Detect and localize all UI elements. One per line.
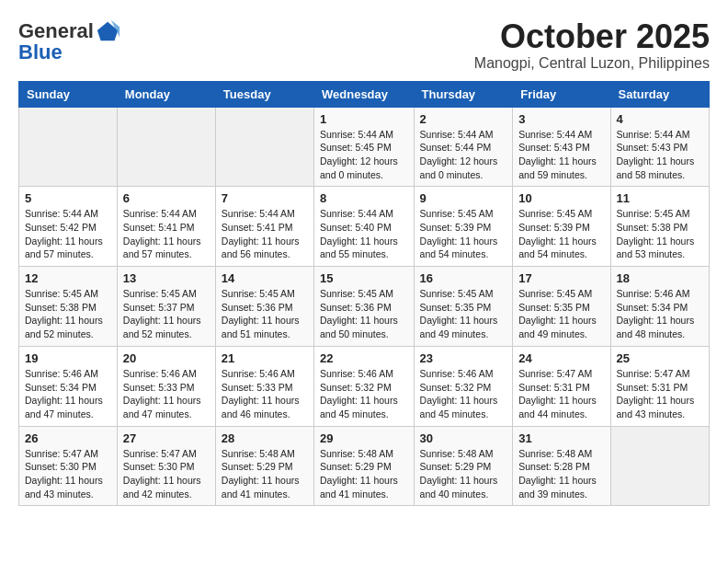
day-info: Sunrise: 5:45 AM Sunset: 5:38 PM Dayligh… — [25, 287, 111, 341]
day-number: 4 — [617, 112, 703, 126]
day-info: Sunrise: 5:48 AM Sunset: 5:29 PM Dayligh… — [420, 447, 507, 501]
calendar-cell: 11Sunrise: 5:45 AM Sunset: 5:38 PM Dayli… — [610, 187, 709, 267]
day-info: Sunrise: 5:47 AM Sunset: 5:30 PM Dayligh… — [25, 447, 111, 501]
day-info: Sunrise: 5:44 AM Sunset: 5:45 PM Dayligh… — [320, 128, 408, 182]
calendar-cell: 23Sunrise: 5:46 AM Sunset: 5:32 PM Dayli… — [414, 346, 513, 426]
day-number: 20 — [123, 351, 210, 365]
day-number: 27 — [123, 431, 210, 445]
day-number: 1 — [320, 112, 408, 126]
day-info: Sunrise: 5:46 AM Sunset: 5:32 PM Dayligh… — [420, 367, 507, 421]
day-info: Sunrise: 5:45 AM Sunset: 5:37 PM Dayligh… — [123, 287, 210, 341]
weekday-header-monday: Monday — [117, 81, 215, 107]
day-number: 30 — [420, 431, 507, 445]
calendar-cell — [117, 107, 215, 187]
day-number: 6 — [123, 191, 210, 205]
weekday-header-tuesday: Tuesday — [215, 81, 313, 107]
day-number: 26 — [25, 431, 111, 445]
calendar-cell: 2Sunrise: 5:44 AM Sunset: 5:44 PM Daylig… — [414, 107, 513, 187]
day-info: Sunrise: 5:45 AM Sunset: 5:36 PM Dayligh… — [320, 287, 408, 341]
day-number: 22 — [320, 351, 408, 365]
calendar-cell: 13Sunrise: 5:45 AM Sunset: 5:37 PM Dayli… — [117, 267, 215, 347]
month-title: October 2025 — [474, 18, 710, 55]
location-subtitle: Manogpi, Central Luzon, Philippines — [474, 55, 710, 72]
day-info: Sunrise: 5:48 AM Sunset: 5:29 PM Dayligh… — [320, 447, 408, 501]
calendar-cell: 29Sunrise: 5:48 AM Sunset: 5:29 PM Dayli… — [314, 426, 415, 506]
calendar-cell: 1Sunrise: 5:44 AM Sunset: 5:45 PM Daylig… — [314, 107, 415, 187]
day-info: Sunrise: 5:44 AM Sunset: 5:40 PM Dayligh… — [320, 207, 408, 261]
weekday-header-saturday: Saturday — [610, 81, 709, 107]
calendar-week-4: 19Sunrise: 5:46 AM Sunset: 5:34 PM Dayli… — [19, 346, 710, 426]
day-number: 28 — [222, 431, 308, 445]
calendar-cell: 26Sunrise: 5:47 AM Sunset: 5:30 PM Dayli… — [19, 426, 118, 506]
day-number: 19 — [25, 351, 111, 365]
day-number: 2 — [420, 112, 507, 126]
calendar-week-1: 1Sunrise: 5:44 AM Sunset: 5:45 PM Daylig… — [19, 107, 710, 187]
day-info: Sunrise: 5:44 AM Sunset: 5:43 PM Dayligh… — [617, 128, 703, 182]
day-info: Sunrise: 5:47 AM Sunset: 5:30 PM Dayligh… — [123, 447, 210, 501]
calendar-week-5: 26Sunrise: 5:47 AM Sunset: 5:30 PM Dayli… — [19, 426, 710, 506]
calendar-cell — [610, 426, 709, 506]
calendar-week-3: 12Sunrise: 5:45 AM Sunset: 5:38 PM Dayli… — [19, 267, 710, 347]
calendar-cell — [215, 107, 313, 187]
day-info: Sunrise: 5:44 AM Sunset: 5:43 PM Dayligh… — [518, 128, 604, 182]
day-number: 25 — [617, 351, 703, 365]
calendar-cell: 18Sunrise: 5:46 AM Sunset: 5:34 PM Dayli… — [610, 267, 709, 347]
day-number: 16 — [420, 271, 507, 285]
logo: General Blue — [18, 18, 121, 64]
calendar-cell: 3Sunrise: 5:44 AM Sunset: 5:43 PM Daylig… — [513, 107, 610, 187]
calendar-cell: 17Sunrise: 5:45 AM Sunset: 5:35 PM Dayli… — [513, 267, 610, 347]
day-info: Sunrise: 5:44 AM Sunset: 5:41 PM Dayligh… — [123, 207, 210, 261]
calendar-cell: 22Sunrise: 5:46 AM Sunset: 5:32 PM Dayli… — [314, 346, 415, 426]
day-info: Sunrise: 5:47 AM Sunset: 5:31 PM Dayligh… — [617, 367, 703, 421]
day-number: 24 — [518, 351, 604, 365]
calendar-cell: 16Sunrise: 5:45 AM Sunset: 5:35 PM Dayli… — [414, 267, 513, 347]
day-number: 15 — [320, 271, 408, 285]
logo-icon — [96, 18, 121, 44]
day-number: 11 — [617, 191, 703, 205]
weekday-header-wednesday: Wednesday — [314, 81, 415, 107]
day-info: Sunrise: 5:45 AM Sunset: 5:38 PM Dayligh… — [617, 207, 703, 261]
calendar-cell: 7Sunrise: 5:44 AM Sunset: 5:41 PM Daylig… — [215, 187, 313, 267]
day-number: 18 — [617, 271, 703, 285]
weekday-header-sunday: Sunday — [19, 81, 118, 107]
day-number: 8 — [320, 191, 408, 205]
calendar-cell: 8Sunrise: 5:44 AM Sunset: 5:40 PM Daylig… — [314, 187, 415, 267]
calendar-cell: 30Sunrise: 5:48 AM Sunset: 5:29 PM Dayli… — [414, 426, 513, 506]
logo-blue-text: Blue — [18, 40, 63, 64]
day-number: 29 — [320, 431, 408, 445]
calendar-cell: 14Sunrise: 5:45 AM Sunset: 5:36 PM Dayli… — [215, 267, 313, 347]
calendar-cell: 25Sunrise: 5:47 AM Sunset: 5:31 PM Dayli… — [610, 346, 709, 426]
calendar-cell: 5Sunrise: 5:44 AM Sunset: 5:42 PM Daylig… — [19, 187, 118, 267]
calendar-cell: 15Sunrise: 5:45 AM Sunset: 5:36 PM Dayli… — [314, 267, 415, 347]
calendar-cell: 10Sunrise: 5:45 AM Sunset: 5:39 PM Dayli… — [513, 187, 610, 267]
day-info: Sunrise: 5:48 AM Sunset: 5:29 PM Dayligh… — [222, 447, 308, 501]
day-number: 5 — [25, 191, 111, 205]
day-number: 9 — [420, 191, 507, 205]
day-info: Sunrise: 5:46 AM Sunset: 5:33 PM Dayligh… — [222, 367, 308, 421]
day-number: 10 — [518, 191, 604, 205]
calendar-cell: 24Sunrise: 5:47 AM Sunset: 5:31 PM Dayli… — [513, 346, 610, 426]
day-info: Sunrise: 5:44 AM Sunset: 5:41 PM Dayligh… — [222, 207, 308, 261]
calendar-cell: 6Sunrise: 5:44 AM Sunset: 5:41 PM Daylig… — [117, 187, 215, 267]
calendar-cell: 20Sunrise: 5:46 AM Sunset: 5:33 PM Dayli… — [117, 346, 215, 426]
day-number: 21 — [222, 351, 308, 365]
day-info: Sunrise: 5:46 AM Sunset: 5:32 PM Dayligh… — [320, 367, 408, 421]
day-info: Sunrise: 5:45 AM Sunset: 5:36 PM Dayligh… — [222, 287, 308, 341]
calendar-cell: 12Sunrise: 5:45 AM Sunset: 5:38 PM Dayli… — [19, 267, 118, 347]
calendar-cell: 9Sunrise: 5:45 AM Sunset: 5:39 PM Daylig… — [414, 187, 513, 267]
day-info: Sunrise: 5:44 AM Sunset: 5:42 PM Dayligh… — [25, 207, 111, 261]
day-info: Sunrise: 5:45 AM Sunset: 5:35 PM Dayligh… — [420, 287, 507, 341]
day-number: 31 — [518, 431, 604, 445]
calendar-cell: 4Sunrise: 5:44 AM Sunset: 5:43 PM Daylig… — [610, 107, 709, 187]
calendar-cell: 19Sunrise: 5:46 AM Sunset: 5:34 PM Dayli… — [19, 346, 118, 426]
day-info: Sunrise: 5:45 AM Sunset: 5:39 PM Dayligh… — [420, 207, 507, 261]
calendar-cell: 27Sunrise: 5:47 AM Sunset: 5:30 PM Dayli… — [117, 426, 215, 506]
day-number: 23 — [420, 351, 507, 365]
day-number: 12 — [25, 271, 111, 285]
weekday-header-friday: Friday — [513, 81, 610, 107]
calendar-header-row: SundayMondayTuesdayWednesdayThursdayFrid… — [19, 81, 710, 107]
day-info: Sunrise: 5:47 AM Sunset: 5:31 PM Dayligh… — [518, 367, 604, 421]
day-info: Sunrise: 5:46 AM Sunset: 5:34 PM Dayligh… — [617, 287, 703, 341]
weekday-header-thursday: Thursday — [414, 81, 513, 107]
day-number: 14 — [222, 271, 308, 285]
